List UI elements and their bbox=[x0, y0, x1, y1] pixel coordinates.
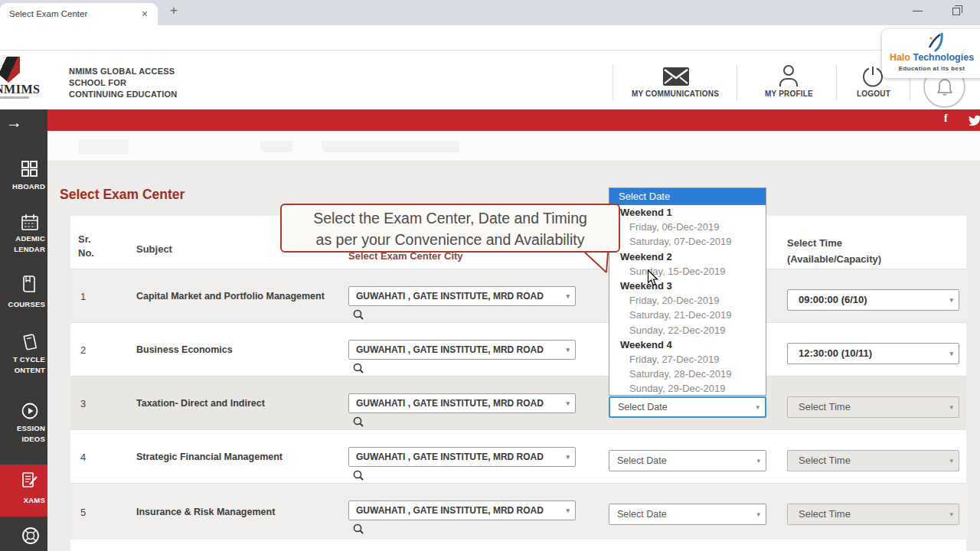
subject: Business Economics bbox=[136, 343, 334, 357]
sr-no: 5 bbox=[80, 506, 86, 517]
exam-center-select[interactable]: GUWAHATI , GATE INSTITUTE, MRD ROAD▾ bbox=[348, 340, 576, 360]
search-icon[interactable] bbox=[353, 470, 364, 484]
chevron-down-icon: ▾ bbox=[566, 501, 570, 520]
nav-my-communications[interactable]: MY COMMUNICATIONS bbox=[614, 90, 737, 98]
help-lifebuoy-icon[interactable] bbox=[21, 527, 40, 548]
chevron-down-icon: ▾ bbox=[949, 451, 953, 471]
exam-table-card: Sr. No. Subject Select Exam Center City … bbox=[70, 216, 966, 551]
exam-sheet-icon bbox=[21, 472, 38, 491]
table-row: 4 Strategic Financial Management GUWAHAT… bbox=[70, 429, 966, 483]
window-restore-button[interactable] bbox=[952, 8, 960, 15]
page-title: Select Exam Center bbox=[60, 187, 185, 203]
window-minimize-button[interactable]: — bbox=[913, 5, 923, 16]
play-circle-icon bbox=[21, 403, 38, 422]
browser-tab-strip: Select Exam Center × + — bbox=[0, 0, 980, 25]
subject: Taxation- Direct and Indirect bbox=[136, 396, 334, 410]
screen: Select Exam Center × + — → studentzone-n… bbox=[0, 0, 980, 551]
new-tab-button[interactable]: + bbox=[170, 3, 178, 18]
header-divider bbox=[737, 64, 737, 101]
subject: Insurance & Risk Management bbox=[136, 505, 334, 519]
time-select[interactable]: Select Time▾ bbox=[787, 396, 959, 418]
date-select-focused[interactable]: Select Date▾ bbox=[609, 396, 766, 418]
chevron-down-icon: ▾ bbox=[566, 394, 570, 412]
ghost-blob bbox=[322, 141, 459, 152]
table-row: 1 Capital Market and Portfolio Managemen… bbox=[70, 269, 966, 322]
dropdown-option[interactable]: Saturday, 21-Dec-2019 bbox=[609, 308, 766, 322]
dropdown-option[interactable]: Sunday, 22-Dec-2019 bbox=[609, 323, 766, 337]
table-row: 5 Insurance & Risk Management GUWAHATI ,… bbox=[70, 483, 966, 540]
table-row: 3 Taxation- Direct and Indirect GUWAHATI… bbox=[70, 376, 966, 429]
exam-center-select[interactable]: GUWAHATI , GATE INSTITUTE, MRD ROAD▾ bbox=[348, 393, 576, 413]
time-select[interactable]: Select Time▾ bbox=[787, 450, 959, 471]
subject: Capital Market and Portfolio Management bbox=[136, 289, 334, 303]
dropdown-selected-option[interactable]: Select Date bbox=[609, 188, 766, 205]
date-select[interactable]: Select Date▾ bbox=[609, 450, 766, 471]
book-icon bbox=[21, 276, 37, 295]
table-row: 2 Business Economics GUWAHATI , GATE INS… bbox=[70, 322, 966, 376]
dropdown-group: Weekend 4 bbox=[609, 337, 766, 352]
profile-person-icon[interactable] bbox=[779, 64, 799, 90]
search-icon[interactable] bbox=[353, 309, 364, 323]
org-name: NMIMS GLOBAL ACCESS SCHOOL FOR CONTINUIN… bbox=[69, 66, 177, 100]
column-header-select-time-2: (Available/Capacity) bbox=[787, 253, 881, 265]
header-divider bbox=[612, 64, 613, 101]
journal-icon bbox=[21, 334, 38, 354]
dropdown-group: Weekend 2 bbox=[609, 249, 766, 264]
time-select[interactable]: 12:30:00 (10/11)▾ bbox=[787, 343, 959, 364]
dropdown-option[interactable]: Sunday, 29-Dec-2019 bbox=[609, 381, 766, 396]
dropdown-option[interactable]: Friday, 27-Dec-2019 bbox=[609, 352, 766, 367]
search-icon[interactable] bbox=[353, 416, 364, 430]
nmims-logo-subline bbox=[0, 96, 29, 99]
bell-icon bbox=[935, 77, 955, 97]
dropdown-option[interactable]: Friday, 20-Dec-2019 bbox=[609, 293, 766, 308]
logout-power-icon[interactable] bbox=[861, 65, 884, 91]
facebook-icon[interactable]: f bbox=[944, 112, 948, 125]
time-select[interactable]: 09:00:00 (6/10)▾ bbox=[787, 289, 959, 311]
chevron-down-icon: ▾ bbox=[756, 504, 760, 524]
nav-my-profile[interactable]: MY PROFILE bbox=[741, 90, 837, 98]
twitter-icon[interactable] bbox=[968, 115, 980, 129]
dropdown-option[interactable]: Saturday, 28-Dec-2019 bbox=[609, 367, 766, 381]
dropdown-option[interactable]: Friday, 06-Dec-2019 bbox=[609, 220, 766, 234]
nmims-logo-text: NMIMS bbox=[0, 83, 40, 96]
browser-toolbar: → studentzone-ngasce.nmims.edu/exam/sele… bbox=[0, 25, 980, 51]
chevron-down-icon: ▾ bbox=[949, 504, 953, 524]
sidebar-expand-icon[interactable]: → bbox=[6, 113, 22, 132]
chevron-down-icon: ▾ bbox=[566, 287, 570, 305]
dropdown-group: Weekend 1 bbox=[609, 205, 766, 220]
subject: Strategic Financial Management bbox=[136, 450, 334, 464]
sidebar-item-exams-active[interactable]: XAMS bbox=[0, 465, 47, 517]
dropdown-option[interactable]: Sunday, 15-Dec-2019 bbox=[609, 264, 766, 279]
search-icon[interactable] bbox=[353, 363, 364, 377]
browser-tab[interactable]: Select Exam Center × bbox=[0, 3, 158, 25]
exam-center-select[interactable]: GUWAHATI , GATE INSTITUTE, MRD ROAD▾ bbox=[348, 286, 576, 306]
mouse-cursor bbox=[647, 269, 658, 290]
chevron-down-icon: ▾ bbox=[949, 344, 953, 364]
tab-close-icon[interactable]: × bbox=[142, 8, 148, 20]
sr-no: 1 bbox=[80, 290, 86, 302]
sr-no: 4 bbox=[80, 451, 86, 462]
date-select[interactable]: Select Date▾ bbox=[609, 504, 766, 525]
ghost-blob bbox=[260, 141, 292, 152]
column-header-sr-no: Sr. No. bbox=[78, 233, 103, 260]
nav-logout[interactable]: LOGOUT bbox=[839, 90, 908, 98]
org-line-3: CONTINUING EDUCATION bbox=[69, 89, 177, 100]
halo-technologies-watermark: Halo Technologies Education at its best bbox=[882, 29, 980, 78]
chevron-down-icon: ▾ bbox=[949, 290, 953, 310]
chevron-down-icon: ▾ bbox=[756, 451, 760, 471]
exam-center-select[interactable]: GUWAHATI , GATE INSTITUTE, MRD ROAD▾ bbox=[348, 447, 576, 467]
chevron-down-icon: ▾ bbox=[949, 397, 953, 417]
column-header-subject: Subject bbox=[136, 243, 172, 255]
exam-center-select[interactable]: GUWAHATI , GATE INSTITUTE, MRD ROAD▾ bbox=[348, 500, 576, 520]
org-line-2: SCHOOL FOR bbox=[69, 77, 177, 89]
communications-envelope-icon[interactable] bbox=[663, 67, 689, 89]
tooltip-line-1: Select the Exam Center, Date and Timing bbox=[282, 207, 619, 229]
chevron-down-icon: ▾ bbox=[756, 398, 760, 416]
breadcrumb-band bbox=[47, 131, 980, 161]
search-icon[interactable] bbox=[353, 523, 364, 537]
dropdown-option[interactable]: Saturday, 07-Dec-2019 bbox=[609, 234, 766, 249]
time-select[interactable]: Select Time▾ bbox=[787, 504, 959, 525]
tooltip-callout: Select the Exam Center, Date and Timing … bbox=[280, 204, 620, 253]
chevron-down-icon: ▾ bbox=[566, 341, 570, 359]
column-header-select-time-1: Select Time bbox=[787, 237, 842, 249]
